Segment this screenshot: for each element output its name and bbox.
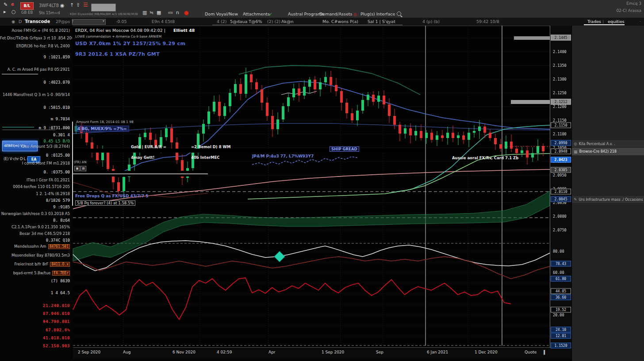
price-badge: 2.0948 <box>551 149 571 154</box>
price-badge: 2.1212 <box>551 99 571 105</box>
chart-annotation: 4 BG, MUEX/9% =7%= <box>75 126 129 132</box>
chart-annotation: 4may Gett! <box>131 155 155 160</box>
chart-annotation: Gold | EUR.A/R = <box>131 145 166 149</box>
price-badge: 2.0045 <box>551 196 571 202</box>
chart-annotation: JP4/M P:4u3 77, L7%W93Y7 <box>252 154 314 158</box>
chart-annotation: Free Drops Q as FX/USD 43/7/7 5 <box>75 194 149 198</box>
price-badge: 2.1150 <box>551 123 571 128</box>
chart-annotation: LOWE commendation + Armenia Co-9 base AR… <box>75 35 161 38</box>
price-badge: 2.0423 <box>551 157 571 163</box>
price-badge: 44.05 <box>551 288 571 294</box>
price-badge: 2.1445 <box>551 35 571 41</box>
price-badge: 2.0305 <box>551 167 571 173</box>
chart-annotation: ERDX, 04 Riel ws Moscow 04.08 09:42:02 | <box>75 28 165 33</box>
chart-annotation: 5/8 Pq forever? (4) at 1.58.5% <box>75 200 135 206</box>
chart-annotation: Aussie aoral FX/Rv, Card 7.1 Zb <box>452 156 518 160</box>
chart-annotation: (FR) AN <box>74 160 87 164</box>
chart-annotation: 9R3 2012.6 1 X5A PZ/7h GMT <box>75 51 160 57</box>
price-badge: 61.80 <box>551 276 571 282</box>
price-badge: 36.60 <box>551 295 571 300</box>
price-badge: 1.1520 <box>551 343 571 349</box>
price-badge: 2.0990 <box>551 140 571 146</box>
camera-icon[interactable]: ▣ <box>74 166 80 171</box>
chart-annotation: Amount Form 18, 2014-01 08 1 98 <box>76 120 134 124</box>
price-badge: 2.0110 <box>551 189 571 195</box>
chart-annotation: 40b InterMEC <box>191 155 220 160</box>
chart-icon[interactable]: ▤ <box>80 166 86 171</box>
chart-annotation: USD X7.0km 1% 2Y 1257/25% 9.29 cm <box>75 41 185 46</box>
price-badge: 19.52 <box>551 307 571 313</box>
chart-annotation: Elliott 48 <box>173 28 195 33</box>
price-badge: 12.01 <box>551 333 571 339</box>
chart-annotation: =2 Bemol D) 8 WM <box>191 145 230 149</box>
price-badge: 78.43 <box>551 261 571 267</box>
chart-annotation: SHIP GREAD <box>330 146 359 152</box>
trading-platform-window: ✎ e ▸ ○ B/L GB EB 3WF4LT8 ◉ Sts 15m=d ↑ … <box>0 0 644 361</box>
price-badge: 24.10 <box>551 327 571 333</box>
